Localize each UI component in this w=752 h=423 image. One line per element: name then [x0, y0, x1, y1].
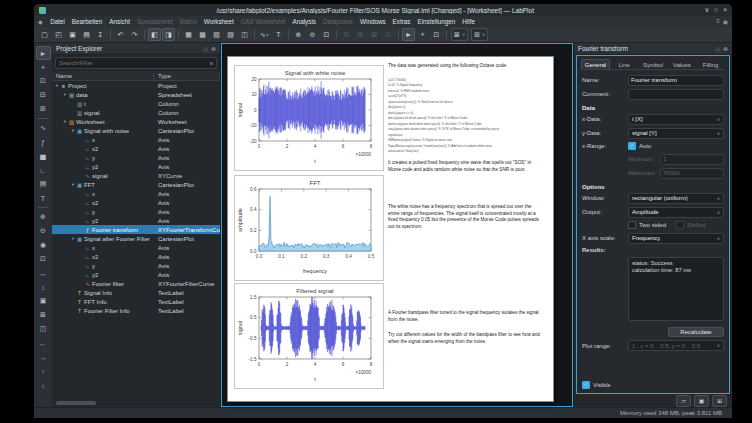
tree-row-x2[interactable]: ∟x2Axis [52, 252, 220, 261]
tree-column-headers[interactable]: Name Type [52, 71, 220, 81]
tree-row-signal-after-fourier-filter[interactable]: ▾▣Signal after Fourier FilterCartesianPl… [52, 234, 220, 243]
x-axis-scale-combo[interactable]: Frequency ∨ [628, 233, 724, 244]
zoom-mode-combo[interactable]: ⊠∨ [451, 28, 468, 41]
menu-bearbeiten[interactable]: Bearbeiten [68, 18, 105, 25]
tree-row-signal-info[interactable]: TSignal InfoTextLabel [52, 288, 220, 297]
shift-right-button[interactable]: → [36, 350, 51, 364]
tree-row-project[interactable]: ▾■ProjectProject [52, 81, 220, 90]
tree-row-signal[interactable]: ▥signalColumn [52, 108, 220, 117]
zoom-in-button[interactable]: ⊕ [292, 28, 305, 41]
tree-row-worksheet[interactable]: ▾▧WorksheetWorksheet [52, 117, 220, 126]
tree-row-y2[interactable]: ∟y2Axis [52, 216, 220, 225]
magnification-combo[interactable]: ⊞∨ [471, 28, 488, 41]
minimize-icon[interactable]: ∨ [705, 7, 710, 14]
tree-row-y2[interactable]: ∟y2Axis [52, 162, 220, 171]
auto-scale-button[interactable]: ▣ [36, 294, 51, 308]
menu-datei[interactable]: Datei [47, 18, 69, 25]
visible-checkbox[interactable]: ✓ [582, 381, 590, 389]
plot-signal-with-white-noise[interactable]: Signal with white noise02468-20-1001020t… [234, 65, 384, 171]
configure-toolbars-icon[interactable]: ◉ [723, 18, 728, 25]
auto-scale-y-button[interactable]: ◫ [36, 322, 51, 336]
add-text-label-button[interactable]: T [36, 191, 51, 205]
project-explorer-header[interactable]: Project Explorer ◇ ⊗ [52, 43, 220, 55]
template-save-button[interactable]: ▣ [694, 395, 709, 407]
y-data-combo[interactable]: signal [Y] ∨ [628, 128, 724, 139]
tree-row-fourier-filter-info[interactable]: TFourier Filter InfoTextLabel [52, 306, 220, 315]
menu-extras[interactable]: Extras [389, 18, 414, 25]
new-spreadsheet-button[interactable]: ▦ [182, 28, 195, 41]
shift-up-button[interactable]: ↑ [36, 364, 51, 378]
toolbar-overflow-icon[interactable]: ≡ [716, 18, 720, 25]
tab-filling[interactable]: Filling [696, 59, 725, 69]
zoom-fit-height-button[interactable]: ↕ [36, 280, 51, 294]
pointer-tool-button[interactable]: ► [36, 46, 51, 60]
tree-row-data[interactable]: ▾▦dataSpreadsheet [52, 90, 220, 99]
maximize-icon[interactable]: ○ [714, 7, 718, 14]
zoom-select-tool-button[interactable]: ⊡ [36, 74, 51, 88]
add-axis-button[interactable]: ∟ [36, 163, 51, 177]
export-button[interactable]: ↧ [94, 28, 107, 41]
new-matrix-button[interactable]: ▩ [196, 28, 209, 41]
menu-worksheet[interactable]: Worksheet [200, 18, 237, 25]
tree-row-y[interactable]: ∟yAxis [52, 207, 220, 216]
crosshair-mode-button[interactable]: + [416, 28, 429, 41]
tab-line[interactable]: Line [610, 59, 639, 69]
titlebar[interactable]: /usr/share/labplot2/examples/Analysis/Fo… [34, 4, 732, 16]
tree-row-fft-info[interactable]: TFFT InfoTextLabel [52, 297, 220, 306]
tree-row-signal-with-noise[interactable]: ▾▣Signal with noiseCartesianPlot [52, 126, 220, 135]
tree-row-signal[interactable]: ∿signalXYCurve [52, 171, 220, 180]
comment-field[interactable] [628, 89, 724, 100]
menu-ansicht[interactable]: Ansicht [106, 18, 134, 25]
float-dock-icon[interactable]: ◇ [203, 45, 208, 52]
x-data-combo[interactable]: t [X] ∨ [628, 114, 724, 125]
name-field[interactable] [628, 75, 724, 86]
template-apply-button[interactable]: ⊞ [712, 395, 727, 407]
new-plot-button[interactable]: ∿∨ [258, 28, 271, 41]
tree-row-x[interactable]: ∟xAxis [52, 189, 220, 198]
zoom-in-tool-button[interactable]: ⊕ [36, 210, 51, 224]
redo-button[interactable]: ↷ [128, 28, 141, 41]
zoom-out-tool-button[interactable]: ⊖ [36, 224, 51, 238]
column-header-type[interactable]: Type [154, 73, 220, 79]
two-sided-checkbox[interactable] [628, 221, 636, 229]
tree-row-fourier-filter[interactable]: ∿Fourier filterXYFourierFilterCurve [52, 279, 220, 288]
tab-values[interactable]: Values [667, 59, 696, 69]
zoom-x-select-tool-button[interactable]: ⊟ [36, 88, 51, 102]
new-text-label-button[interactable]: T [272, 28, 285, 41]
close-dock-icon[interactable]: ⊗ [723, 45, 728, 52]
plot-filtered-signal[interactable]: Filtered signal02468-1.5-0.50.51.5t×1000… [234, 283, 384, 389]
new-worksheet-button[interactable]: ▧ [210, 28, 223, 41]
tree-row-fourier-transform[interactable]: ƒFourier transformXYFourierTransformCurv… [52, 225, 220, 234]
menu-hilfe[interactable]: Hilfe [459, 18, 479, 25]
selection-mode-button[interactable]: ⊡ [430, 28, 443, 41]
tree-row-y2[interactable]: ∟y2Axis [52, 270, 220, 279]
menu-windows[interactable]: Windows [357, 18, 390, 25]
print-button[interactable]: ▤ [80, 28, 93, 41]
new-project-button[interactable]: ▢ [38, 28, 51, 41]
zoom-fit-page-button[interactable]: ⊡ [36, 252, 51, 266]
plot-range-combo[interactable]: 1 : x = 0 .. 0.5, y = 0 .. 0.6 ∨ [628, 340, 724, 351]
tab-symbol[interactable]: Symbol [639, 59, 668, 69]
tab-general[interactable]: General [581, 59, 610, 69]
pointer-mode-button[interactable]: ► [402, 28, 415, 41]
zoom-y-select-tool-button[interactable]: ⊞ [36, 102, 51, 116]
crosshair-tool-button[interactable]: + [36, 60, 51, 74]
menu-einstellungen[interactable]: Einstellungen [414, 18, 459, 25]
add-equation-curve-button[interactable]: ƒ [36, 135, 51, 149]
explorer-horizontal-scrollbar[interactable] [54, 401, 218, 406]
tree-row-x2[interactable]: ∟x2Axis [52, 144, 220, 153]
add-curve-button[interactable]: ∿ [36, 121, 51, 135]
shift-left-button[interactable]: ← [36, 336, 51, 350]
menu-analysis[interactable]: Analysis [289, 18, 319, 25]
zoom-out-button[interactable]: ⊖ [306, 28, 319, 41]
auto-range-checkbox[interactable]: ✓ [628, 142, 636, 150]
zoom-fit-button[interactable]: ⊡ [320, 28, 333, 41]
add-histogram-button[interactable]: ▅ [36, 149, 51, 163]
toggle-project-explorer-button[interactable]: ◧ [148, 28, 161, 41]
add-legend-button[interactable]: ▤ [36, 177, 51, 191]
new-datapicker-button[interactable]: ◫ [238, 28, 251, 41]
scrollbar-thumb[interactable] [56, 401, 96, 405]
zoom-fit-width-button[interactable]: ↔ [36, 266, 51, 280]
tree-row-x2[interactable]: ∟x2Axis [52, 198, 220, 207]
float-dock-icon[interactable]: ◇ [715, 45, 720, 52]
